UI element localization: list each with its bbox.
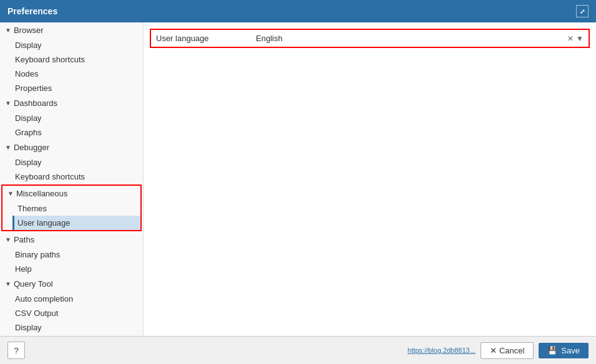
caret-down-icon: ▼ — [5, 27, 11, 34]
group-browser-children: Display Keyboard shortcuts Nodes Propert… — [0, 38, 143, 95]
sidebar-item-debugger-display[interactable]: Display — [10, 155, 143, 170]
sidebar-item-dashboards-graphs[interactable]: Graphs — [10, 125, 143, 140]
bottom-left: ? — [7, 342, 25, 359]
sidebar-item-dashboards-display[interactable]: Display — [10, 111, 143, 125]
group-miscellaneous-label: Miscellaneous — [16, 189, 67, 198]
sidebar-item-themes[interactable]: Themes — [12, 201, 140, 216]
sidebar-item-auto-completion[interactable]: Auto completion — [10, 292, 143, 306]
group-paths: ▼ Paths Binary paths Help — [0, 232, 143, 276]
group-dashboards-children: Display Graphs — [0, 111, 143, 140]
group-query-tool-header[interactable]: ▼ Query Tool — [0, 276, 143, 292]
bottom-right: https://blog.2db8813... ✕Cancel 💾 Save — [408, 342, 589, 359]
sidebar-item-browser-properties[interactable]: Properties — [10, 81, 143, 95]
group-debugger: ▼ Debugger Display Keyboard shortcuts — [0, 140, 143, 184]
bottom-bar: ? https://blog.2db8813... ✕Cancel 💾 Save — [0, 336, 596, 364]
group-query-tool: ▼ Query Tool Auto completion CSV Output … — [0, 276, 143, 336]
user-language-field-row: User language English ✕ ▼ — [150, 29, 590, 48]
sidebar-item-help[interactable]: Help — [10, 262, 143, 276]
group-query-tool-label: Query Tool — [14, 279, 53, 289]
title-bar: Preferences ⤢ — [0, 0, 596, 22]
caret-down-icon: ▼ — [5, 280, 11, 287]
group-miscellaneous-header[interactable]: ▼ Miscellaneous — [2, 186, 140, 201]
help-label: ? — [14, 346, 18, 355]
caret-down-icon: ▼ — [5, 100, 11, 107]
group-dashboards-header[interactable]: ▼ Dashboards — [0, 95, 143, 111]
group-paths-header[interactable]: ▼ Paths — [0, 232, 143, 247]
group-query-tool-children: Auto completion CSV Output Display Edito… — [0, 292, 143, 336]
cancel-x-icon: ✕ — [490, 346, 497, 355]
caret-down-icon: ▼ — [5, 236, 11, 243]
caret-down-icon: ▼ — [5, 144, 11, 151]
group-paths-children: Binary paths Help — [0, 247, 143, 276]
cancel-button[interactable]: ✕Cancel — [481, 342, 534, 359]
user-language-label: User language — [156, 34, 256, 43]
dropdown-icon[interactable]: ▼ — [576, 34, 584, 43]
expand-button[interactable]: ⤢ — [576, 5, 589, 17]
app-title: Preferences — [7, 6, 57, 16]
group-browser-label: Browser — [14, 26, 44, 35]
group-debugger-label: Debugger — [14, 143, 49, 152]
group-dashboards-label: Dashboards — [14, 98, 57, 108]
sidebar-item-binary-paths[interactable]: Binary paths — [10, 247, 143, 262]
right-panel: User language English ✕ ▼ — [144, 22, 596, 336]
group-miscellaneous: ▼ Miscellaneous Themes User language — [1, 184, 142, 231]
help-button[interactable]: ? — [7, 342, 25, 359]
user-language-controls: ✕ ▼ — [567, 34, 584, 43]
group-browser: ▼ Browser Display Keyboard shortcuts Nod… — [0, 22, 143, 95]
sidebar-item-browser-nodes[interactable]: Nodes — [10, 67, 143, 81]
save-button[interactable]: 💾 Save — [539, 343, 589, 358]
user-language-value: English — [256, 34, 567, 43]
sidebar-item-qt-display[interactable]: Display — [10, 320, 143, 335]
sidebar-item-debugger-keyboard-shortcuts[interactable]: Keyboard shortcuts — [10, 170, 143, 184]
group-dashboards: ▼ Dashboards Display Graphs — [0, 95, 143, 140]
group-debugger-children: Display Keyboard shortcuts — [0, 155, 143, 184]
caret-down-icon: ▼ — [7, 190, 14, 197]
group-miscellaneous-children: Themes User language — [2, 201, 140, 230]
sidebar: ▼ Browser Display Keyboard shortcuts Nod… — [0, 22, 144, 336]
url-display: https://blog.2db8813... — [408, 347, 476, 354]
group-paths-label: Paths — [14, 235, 34, 244]
save-icon: 💾 — [547, 346, 557, 355]
main-content: ▼ Browser Display Keyboard shortcuts Nod… — [0, 22, 596, 336]
sidebar-item-browser-display[interactable]: Display — [10, 38, 143, 52]
group-debugger-header[interactable]: ▼ Debugger — [0, 140, 143, 155]
sidebar-item-user-language[interactable]: User language — [12, 216, 140, 230]
clear-icon[interactable]: ✕ — [567, 34, 574, 43]
sidebar-item-csv-output[interactable]: CSV Output — [10, 306, 143, 320]
group-browser-header[interactable]: ▼ Browser — [0, 22, 143, 38]
sidebar-item-browser-keyboard-shortcuts[interactable]: Keyboard shortcuts — [10, 52, 143, 67]
